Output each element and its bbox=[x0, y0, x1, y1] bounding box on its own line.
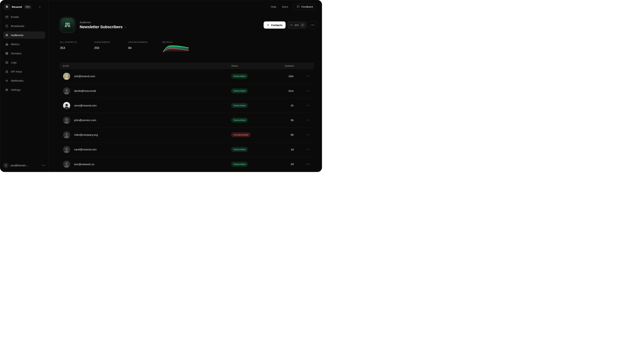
sidebar-item-label: API Keys bbox=[11, 70, 22, 73]
status-badge: Subscribed bbox=[231, 147, 248, 152]
page-header: Audience Newsletter Subscribers Contacts bbox=[60, 18, 316, 32]
stat-value: 353 bbox=[60, 46, 94, 50]
table-row[interactable]: mike@company.org Unsubscribed 5h bbox=[62, 128, 312, 142]
sidebar-item-label: Settings bbox=[11, 88, 20, 91]
user-menu[interactable]: Y you@domain.... bbox=[3, 163, 45, 168]
contacts-table: Email Status Updated zeh@resend.com Subs… bbox=[60, 63, 314, 172]
contact-avatar bbox=[63, 117, 70, 124]
row-actions-ellipsis-icon[interactable] bbox=[307, 149, 310, 150]
contact-email: zeh@resend.com bbox=[74, 75, 95, 78]
contact-email: danilo@new.email bbox=[74, 89, 96, 92]
contacts-label: Contacts bbox=[271, 24, 282, 26]
sidebar: R Resend Pro Emails Broadcasts bbox=[0, 0, 48, 172]
table-row[interactable]: zeno@resend.com Subscribed 1h bbox=[62, 98, 312, 113]
plus-icon bbox=[267, 24, 270, 26]
table-row[interactable]: tom@network.co Subscribed 2d bbox=[62, 157, 312, 172]
audience-title-dropdown[interactable]: Newsletter Subscribers bbox=[80, 25, 126, 29]
table-body: zeh@resend.com Subscribed 10m danilo@new… bbox=[60, 69, 314, 172]
sidebar-item-api-keys[interactable]: API Keys bbox=[3, 68, 45, 75]
sidebar-item-label: Emails bbox=[11, 15, 19, 18]
api-label: API bbox=[294, 24, 299, 26]
row-actions-ellipsis-icon[interactable] bbox=[307, 164, 310, 164]
stat-subscribers: SUBSCRIBERS 259 bbox=[94, 41, 128, 52]
table-row[interactable]: danilo@new.email Subscribed 31m bbox=[62, 84, 312, 98]
broadcast-tray-icon bbox=[5, 24, 8, 28]
stat-unsubscribers: UNSUBSCRIBERS 84 bbox=[128, 41, 162, 52]
arrows-up-down-icon bbox=[5, 79, 8, 82]
workspace-switcher[interactable]: R Resend Pro bbox=[0, 0, 48, 10]
row-actions-ellipsis-icon[interactable] bbox=[307, 134, 310, 135]
updated-time: 2d bbox=[290, 162, 294, 166]
table-row[interactable]: zeh@resend.com Subscribed 10m bbox=[62, 69, 312, 84]
logo-letter: R bbox=[6, 5, 8, 9]
row-actions-ellipsis-icon[interactable] bbox=[307, 90, 310, 91]
contact-email: carol@resend.com bbox=[74, 148, 96, 151]
lock-icon bbox=[5, 70, 8, 74]
globe-icon bbox=[5, 52, 8, 55]
sidebar-item-label: Audiences bbox=[11, 34, 24, 36]
header-actions: Contacts API A bbox=[264, 22, 316, 28]
table-header: Email Status Updated bbox=[60, 63, 314, 69]
keyboard-shortcut-badge: A bbox=[300, 23, 304, 27]
ellipsis-icon[interactable] bbox=[42, 165, 45, 166]
stat-label: METRICS bbox=[162, 41, 196, 43]
stat-value: 84 bbox=[128, 46, 162, 50]
sidebar-item-audiences[interactable]: Audiences bbox=[3, 32, 45, 39]
updated-time: 1h bbox=[290, 104, 294, 107]
table-row[interactable]: john@service.com Subscribed 3h bbox=[62, 113, 312, 128]
updated-time: 1d bbox=[290, 148, 294, 151]
updated-time: 3h bbox=[290, 118, 294, 122]
status-badge: Subscribed bbox=[231, 103, 248, 108]
sidebar-item-metrics[interactable]: Metrics bbox=[3, 40, 45, 48]
feedback-button[interactable]: Feedback bbox=[294, 4, 316, 10]
row-actions-ellipsis-icon[interactable] bbox=[307, 120, 310, 120]
updated-time: 31m bbox=[288, 89, 294, 92]
sidebar-item-emails[interactable]: Emails bbox=[3, 13, 45, 20]
top-bar: Help Docs Feedback bbox=[48, 0, 322, 13]
sidebar-item-settings[interactable]: Settings bbox=[3, 86, 45, 94]
help-link[interactable]: Help bbox=[271, 5, 276, 8]
contact-avatar bbox=[63, 146, 70, 153]
status-badge: Subscribed bbox=[231, 118, 248, 122]
page-title: Newsletter Subscribers bbox=[80, 25, 122, 29]
column-header-updated: Updated bbox=[267, 64, 294, 67]
sidebar-item-label: Broadcasts bbox=[11, 24, 24, 28]
api-button[interactable]: API A bbox=[288, 22, 307, 28]
status-badge: Subscribed bbox=[231, 88, 248, 93]
resend-logo: R bbox=[4, 4, 10, 10]
stat-metrics: METRICS bbox=[162, 41, 196, 52]
sidebar-item-logs[interactable]: Logs bbox=[3, 59, 45, 66]
main-content: Help Docs Feedback Audience bbox=[48, 0, 322, 172]
sidebar-item-webhooks[interactable]: Webhooks bbox=[3, 77, 45, 84]
metrics-sparkline-chart bbox=[162, 44, 196, 52]
row-actions-ellipsis-icon[interactable] bbox=[307, 76, 310, 76]
sidebar-nav: Emails Broadcasts Audiences bbox=[0, 13, 48, 94]
stat-label: ALL CONTACTS bbox=[60, 41, 94, 43]
contact-email: zeno@resend.com bbox=[74, 104, 96, 107]
contact-avatar bbox=[63, 73, 70, 80]
ellipsis-icon bbox=[311, 25, 314, 25]
column-header-email: Email bbox=[63, 64, 231, 67]
more-options-button[interactable] bbox=[309, 22, 316, 28]
people-icon bbox=[5, 34, 8, 37]
avatar-initial: Y bbox=[5, 164, 7, 167]
sidebar-item-domains[interactable]: Domains bbox=[3, 50, 45, 57]
row-actions-ellipsis-icon[interactable] bbox=[307, 105, 310, 106]
table-row[interactable]: carol@resend.com Subscribed 1d bbox=[62, 142, 312, 157]
docs-link[interactable]: Docs bbox=[282, 5, 288, 8]
chevron-up-down-icon[interactable] bbox=[38, 6, 41, 8]
sidebar-item-label: Webhooks bbox=[11, 79, 24, 82]
stat-label: SUBSCRIBERS bbox=[94, 41, 128, 43]
sidebar-item-broadcasts[interactable]: Broadcasts bbox=[3, 22, 45, 30]
stat-value: 259 bbox=[94, 46, 128, 50]
contact-email: mike@company.org bbox=[74, 133, 98, 136]
status-badge: Unsubscribed bbox=[231, 132, 250, 137]
add-contacts-button[interactable]: Contacts bbox=[264, 22, 286, 28]
stats-row: ALL CONTACTS 353 SUBSCRIBERS 259 UNSUBSC… bbox=[60, 41, 316, 52]
avatar: Y bbox=[3, 163, 8, 168]
status-badge: Subscribed bbox=[231, 74, 248, 78]
stat-label: UNSUBSCRIBERS bbox=[128, 41, 162, 43]
contact-avatar bbox=[63, 102, 70, 109]
stat-all-contacts: ALL CONTACTS 353 bbox=[60, 41, 94, 52]
sidebar-item-label: Metrics bbox=[11, 43, 20, 46]
